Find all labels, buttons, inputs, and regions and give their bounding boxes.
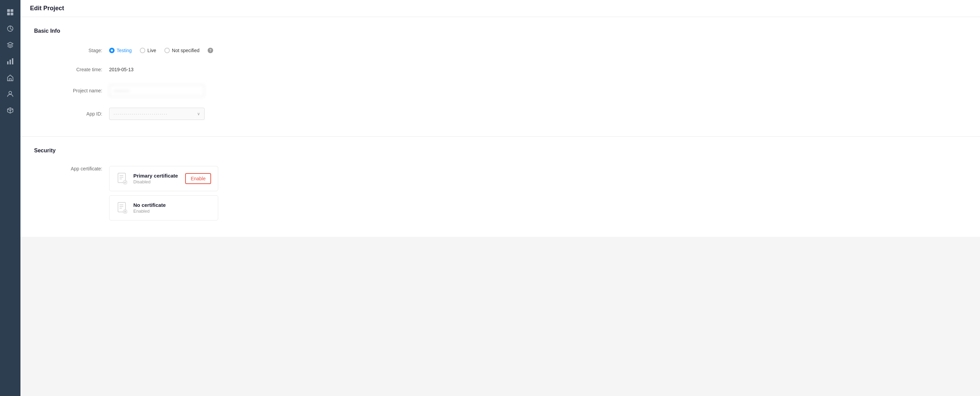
svg-rect-8 <box>9 79 11 81</box>
app-id-row: App ID: ··························· ∨ <box>21 102 980 125</box>
certificate-cards: Primary certificate Disabled Enable <box>109 166 218 220</box>
stage-option-live[interactable]: Live <box>140 48 156 53</box>
app-id-arrow: ∨ <box>197 111 200 116</box>
app-id-dots: ··························· <box>113 111 168 117</box>
create-time-label: Create time: <box>41 67 109 72</box>
radio-testing[interactable] <box>109 48 115 53</box>
svg-rect-2 <box>7 13 10 15</box>
project-name-input-wrapper <box>109 84 959 97</box>
chart-circle-icon[interactable] <box>3 22 17 35</box>
create-time-value: 2019-05-13 <box>109 67 959 72</box>
stage-help-icon[interactable]: ? <box>208 48 213 53</box>
primary-cert-enable-button[interactable]: Enable <box>185 173 211 184</box>
svg-rect-0 <box>7 9 10 12</box>
bar-chart-icon[interactable] <box>3 54 17 68</box>
primary-cert-card: Primary certificate Disabled Enable <box>109 166 218 191</box>
app-certificate-row: App certificate: <box>21 160 980 226</box>
stage-option-not-specified[interactable]: Not specified <box>164 48 199 53</box>
app-id-label: App ID: <box>41 111 109 117</box>
project-name-row: Project name: <box>21 79 980 102</box>
basic-info-section: Basic Info Stage: Testing Live <box>21 17 980 136</box>
no-cert-card: No certificate Enabled <box>109 195 218 220</box>
security-section: Security App certificate: <box>21 137 980 237</box>
app-certificate-label: App certificate: <box>41 166 109 171</box>
radio-live[interactable] <box>140 48 145 53</box>
primary-cert-icon <box>116 173 129 185</box>
primary-cert-status: Disabled <box>133 179 180 184</box>
basic-info-title: Basic Info <box>21 28 980 41</box>
page-title: Edit Project <box>30 5 970 12</box>
no-cert-icon <box>116 202 129 214</box>
project-name-label: Project name: <box>41 88 109 93</box>
no-cert-status: Enabled <box>133 209 211 214</box>
cube-icon[interactable] <box>3 104 17 117</box>
no-cert-info: No certificate Enabled <box>133 202 211 214</box>
security-title: Security <box>21 147 980 160</box>
create-time-row: Create time: 2019-05-13 <box>21 60 980 79</box>
form-panel: Basic Info Stage: Testing Live <box>21 17 980 237</box>
svg-point-9 <box>9 91 11 94</box>
svg-rect-1 <box>11 9 13 12</box>
grid-icon[interactable] <box>3 5 17 19</box>
stage-options: Testing Live Not specified ? <box>109 48 959 53</box>
content-area: Basic Info Stage: Testing Live <box>21 17 980 396</box>
main-content: Edit Project Basic Info Stage: Testing <box>21 0 980 396</box>
project-name-input[interactable] <box>109 84 205 97</box>
app-id-input-wrapper: ··························· ∨ <box>109 108 959 120</box>
sidebar <box>0 0 21 396</box>
home-icon[interactable] <box>3 71 17 84</box>
person-icon[interactable] <box>3 87 17 101</box>
svg-rect-6 <box>10 60 11 64</box>
no-cert-name: No certificate <box>133 202 211 208</box>
svg-rect-3 <box>11 13 13 15</box>
stage-option-testing[interactable]: Testing <box>109 48 132 53</box>
app-id-select[interactable]: ··························· ∨ <box>109 108 205 120</box>
stage-row: Stage: Testing Live <box>21 41 980 60</box>
primary-cert-name: Primary certificate <box>133 173 180 179</box>
primary-cert-info: Primary certificate Disabled <box>133 173 180 184</box>
layers-icon[interactable] <box>3 38 17 52</box>
radio-not-specified[interactable] <box>164 48 170 53</box>
stage-label-live: Live <box>147 48 156 53</box>
stage-label-not-specified: Not specified <box>172 48 199 53</box>
svg-rect-7 <box>12 58 13 64</box>
stage-label: Stage: <box>41 48 109 53</box>
page-header: Edit Project <box>21 0 980 17</box>
svg-rect-5 <box>7 61 8 64</box>
stage-label-testing: Testing <box>117 48 132 53</box>
